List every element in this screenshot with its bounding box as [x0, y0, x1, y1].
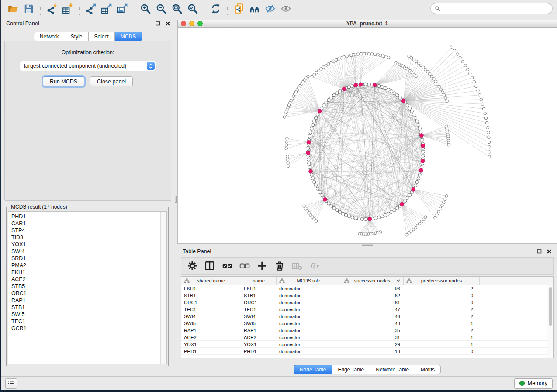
column-visibility-button[interactable] [202, 259, 217, 273]
zoom-out-button[interactable] [153, 2, 169, 16]
table-cell[interactable]: 1 [404, 321, 480, 326]
table-cell[interactable]: PHD1 [241, 349, 277, 354]
deselect-all-rows-button[interactable] [237, 259, 252, 273]
column-header-successor-nodes[interactable]: successor nodes [341, 277, 404, 285]
table-cell[interactable]: STB1 [181, 293, 241, 298]
table-settings-button[interactable] [185, 259, 199, 273]
open-file-button[interactable] [5, 2, 21, 16]
table-cell[interactable]: 29 [341, 342, 404, 347]
tab-mcds[interactable]: MCDS [115, 32, 142, 41]
table-cell[interactable]: dominator [277, 314, 341, 319]
table-cell[interactable]: 31 [341, 335, 404, 340]
network-canvas[interactable] [177, 28, 557, 244]
table-row[interactable]: RAP1RAP1dominator352 [181, 327, 553, 334]
import-table-button[interactable] [60, 2, 76, 16]
table-cell[interactable]: FKH1 [241, 286, 277, 291]
clone-network-button[interactable] [231, 2, 247, 16]
table-cell[interactable]: ACE2 [181, 335, 241, 340]
splitter-grip-horizontal[interactable] [362, 244, 373, 246]
table-row[interactable]: ACE2ACE2connector311 [181, 334, 553, 341]
table-row[interactable]: STB1STB1dominator620 [181, 292, 553, 299]
table-row[interactable]: ORC1ORC1dominator610 [181, 299, 553, 306]
table-cell[interactable]: TEC1 [181, 307, 241, 312]
column-header-name[interactable]: name [241, 277, 277, 285]
table-cell[interactable]: dominator [277, 293, 341, 298]
search-input[interactable] [443, 6, 548, 12]
table-cell[interactable]: 0 [404, 293, 480, 298]
search-box[interactable] [430, 3, 553, 14]
table-cell[interactable]: 2 [404, 307, 480, 312]
tab-select[interactable]: Select [89, 32, 115, 41]
table-cell[interactable]: SWI4 [241, 314, 277, 319]
mcds-result-item[interactable]: ORC1 [11, 290, 158, 297]
optimization-criterion-dropdown[interactable]: largest connected component (undirected) [20, 61, 156, 71]
network-window-titlebar[interactable]: YPA_prune.txt_1 [177, 20, 557, 28]
table-row[interactable]: SWI5SWI5connector431 [181, 320, 553, 327]
hide-selected-button[interactable] [263, 2, 278, 16]
zoom-window-button[interactable] [197, 21, 203, 26]
dropdown-stepper[interactable] [147, 62, 155, 70]
minimize-window-button[interactable] [189, 21, 194, 26]
table-cell[interactable]: RAP1 [241, 328, 277, 333]
table-cell[interactable]: ORC1 [181, 300, 241, 305]
mcds-result-item[interactable]: STP4 [11, 227, 158, 234]
table-cell[interactable]: connector [277, 335, 341, 340]
mcds-result-item[interactable]: SRD1 [11, 255, 158, 262]
run-mcds-button[interactable]: Run MCDS [43, 76, 84, 86]
table-cell[interactable]: FKH1 [181, 286, 241, 291]
show-all-button[interactable] [278, 2, 294, 16]
close-window-button[interactable] [181, 21, 186, 26]
table-cell[interactable]: 18 [341, 349, 404, 354]
refresh-view-button[interactable] [208, 2, 224, 16]
delete-rows-button[interactable] [272, 259, 287, 273]
close-panel-button-mcds[interactable]: Close panel [90, 76, 133, 86]
table-cell[interactable]: 61 [341, 300, 404, 305]
table-cell[interactable]: dominator [277, 349, 341, 354]
table-cell[interactable]: 0 [404, 349, 480, 354]
table-cell[interactable]: 0 [404, 300, 480, 305]
mcds-result-item[interactable]: TID3 [11, 234, 158, 241]
first-neighbors-button[interactable] [247, 2, 263, 16]
table-cell[interactable]: connector [277, 321, 341, 326]
export-image-button[interactable] [114, 2, 130, 16]
mcds-result-item[interactable]: PHD1 [11, 213, 158, 220]
mcds-result-item[interactable]: ACE2 [11, 276, 158, 283]
table-scrollbar-thumb[interactable] [549, 287, 552, 326]
table-cell[interactable]: YOX1 [181, 342, 241, 347]
table-cell[interactable]: 43 [341, 321, 404, 326]
table-cell[interactable]: dominator [277, 300, 341, 305]
table-cell[interactable]: 2 [404, 286, 480, 291]
table-cell[interactable]: 46 [341, 314, 404, 319]
float-table-panel-button[interactable] [536, 249, 542, 254]
import-network-button[interactable] [44, 2, 60, 16]
mcds-result-item[interactable]: GCR1 [11, 325, 158, 332]
table-cell[interactable]: YOX1 [241, 342, 277, 347]
tab-network-table[interactable]: Network Table [370, 365, 415, 374]
table-cell[interactable]: RAP1 [181, 328, 241, 333]
table-cell[interactable]: 47 [341, 307, 404, 312]
zoom-selected-button[interactable] [185, 2, 201, 16]
table-row[interactable]: YOX1YOX1connector291 [181, 341, 553, 348]
table-cell[interactable]: SWI4 [181, 314, 241, 319]
mcds-result-item[interactable]: SWI4 [11, 248, 158, 255]
table-cell[interactable]: SWI5 [241, 321, 277, 326]
mcds-result-item[interactable]: TEC1 [11, 318, 158, 325]
table-scrollbar[interactable] [547, 285, 553, 358]
mcds-result-item[interactable]: RAP1 [11, 297, 158, 304]
table-cell[interactable]: 1 [404, 335, 480, 340]
tab-network[interactable]: Network [34, 32, 65, 41]
export-table-button[interactable] [99, 2, 114, 16]
export-network-button[interactable] [83, 2, 99, 16]
table-cell[interactable]: 35 [341, 328, 404, 333]
table-cell[interactable]: 2 [404, 328, 480, 333]
splitter-grip[interactable] [175, 196, 177, 203]
table-cell[interactable]: dominator [277, 286, 341, 291]
table-cell[interactable]: 1 [404, 342, 480, 347]
table-row[interactable]: TEC1TEC1connector472 [181, 306, 553, 313]
column-header-predecessor-nodes[interactable]: predecessor nodes [404, 277, 480, 285]
mcds-result-item[interactable]: STB5 [11, 283, 158, 290]
table-cell[interactable]: connector [277, 307, 341, 312]
save-session-button[interactable] [21, 2, 37, 16]
tab-style[interactable]: Style [65, 32, 89, 41]
table-cell[interactable]: 62 [341, 293, 404, 298]
